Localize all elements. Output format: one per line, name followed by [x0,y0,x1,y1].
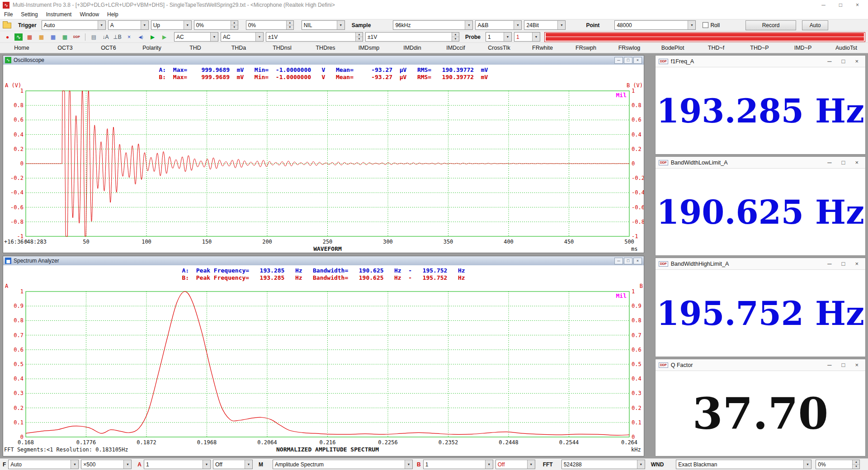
restore-button[interactable]: □ [624,258,632,264]
dropdown-arrow-icon[interactable]: ▼ [405,460,412,469]
sampling-bits-dropdown[interactable]: 24Bit▼ [524,20,566,30]
coupling-a-dropdown[interactable]: AC▼ [174,32,218,42]
dropdown-arrow-icon[interactable]: ▼ [337,21,344,29]
tab-imdccif[interactable]: IMDccif [434,43,477,53]
cut-icon[interactable]: × [124,33,134,41]
dropdown-arrow-icon[interactable]: ▼ [504,33,511,41]
dropdown-arrow-icon[interactable]: ▼ [123,460,131,469]
speaker-icon[interactable]: ◀) [136,33,146,41]
fft-size-dropdown[interactable]: 524288▼ [561,460,645,469]
printer-icon[interactable]: ▤ [89,33,99,41]
tab-frswph[interactable]: FRswph [564,43,608,53]
run-icon[interactable]: ▶ [160,33,169,41]
overlap-spinner[interactable]: 0%▲▼ [816,460,860,469]
option-a-dropdown[interactable]: Off▼ [213,460,253,469]
minimize-button[interactable]: ─ [821,2,826,8]
tab-oct6[interactable]: OCT6 [87,43,130,53]
trigger-edge-dropdown[interactable]: Up▼ [151,20,192,30]
coupling-b-dropdown[interactable]: AC▼ [221,32,264,42]
close-button[interactable]: × [855,260,859,267]
spinner-down-icon[interactable]: ▼ [231,25,238,29]
ddp-titlebar[interactable]: DDPQ Factor─□× [656,359,865,371]
dropdown-arrow-icon[interactable]: ▼ [527,460,535,469]
tab-oct3[interactable]: OCT3 [43,43,87,53]
tab-thd-p[interactable]: THD~P [738,43,781,53]
probe-b-dropdown[interactable]: 1▼ [514,32,540,42]
maximize-button[interactable]: □ [842,159,845,166]
tab-home[interactable]: Home [0,43,43,53]
minimize-button[interactable]: ─ [614,258,623,264]
dropdown-arrow-icon[interactable]: ▼ [71,460,78,469]
spinner-down-icon[interactable]: ▼ [287,25,293,29]
display-mode-dropdown[interactable]: Amplitude Spectrum▼ [273,460,413,469]
oscilloscope-window-icon[interactable]: ∿ [14,33,23,41]
ddp-titlebar[interactable]: DDPBandWidthHighLimit_A─□× [656,258,865,270]
tab-bodeplot[interactable]: BodePlot [651,43,694,53]
dropdown-arrow-icon[interactable]: ▼ [532,33,540,41]
probe-a-dropdown[interactable]: 1▼ [486,32,512,42]
ddp-titlebar[interactable]: DDPBandWidthLowLimit_A─□× [656,157,865,169]
record-points-dropdown[interactable]: 48000▼ [614,20,696,30]
frequency-range-dropdown[interactable]: Auto▼ [8,460,79,469]
dropdown-arrow-icon[interactable]: ▼ [210,33,218,41]
tab-thd[interactable]: THD [174,43,217,53]
spinner-up-icon[interactable]: ▲ [356,33,363,37]
spinner-up-icon[interactable]: ▲ [452,33,459,37]
oscilloscope-titlebar[interactable]: ∿ Oscilloscope ─□× [3,56,644,65]
spectrum-analyzer-titlebar[interactable]: ▅ Spectrum Analyzer ─□× [3,256,644,265]
menu-setting[interactable]: Setting [17,11,42,18]
spinner-up-icon[interactable]: ▲ [287,21,293,25]
trigger-mode-dropdown[interactable]: Auto▼ [42,20,106,30]
spinner-up-icon[interactable]: ▲ [231,21,238,25]
tab-thdres[interactable]: THDres [304,43,347,53]
sampling-channels-dropdown[interactable]: A&B▼ [475,20,522,30]
play-icon[interactable]: ▶ [148,33,157,41]
maximize-button[interactable]: □ [839,2,842,8]
auto-button[interactable]: Auto [802,20,828,30]
data-logger-window-icon[interactable]: ▦ [60,33,70,41]
oscilloscope-plot[interactable]: 110.80.80.60.60.40.40.20.200-0.2-0.2-0.4… [3,81,644,253]
close-button[interactable]: × [855,159,859,166]
marker-a-icon[interactable]: ↓A [101,33,110,41]
dropdown-arrow-icon[interactable]: ▼ [141,21,148,29]
close-button[interactable]: × [855,58,859,65]
close-button[interactable]: × [856,2,859,8]
restore-button[interactable]: □ [624,57,632,64]
sampling-rate-dropdown[interactable]: 96kHz▼ [393,20,473,30]
zoom-dropdown[interactable]: ×500▼ [81,460,132,469]
ddp-titlebar[interactable]: DDPf1Freq_A─□× [656,56,865,67]
open-file-icon[interactable] [3,23,11,28]
dropdown-arrow-icon[interactable]: ▼ [184,21,191,29]
tab-thd-f[interactable]: THD~f [694,43,738,53]
dropdown-arrow-icon[interactable]: ▼ [203,460,210,469]
trigger-filter-dropdown[interactable]: NIL▼ [302,20,345,30]
tab-imdsmp[interactable]: IMDsmp [347,43,391,53]
maximize-button[interactable]: □ [842,260,845,267]
tab-crosstlk[interactable]: CrossTlk [477,43,521,53]
trigger-delay-spinner[interactable]: 0%▲▼ [246,20,294,30]
range-b-spinner[interactable]: ±1V▲▼ [365,32,459,42]
record-button[interactable]: Record [745,20,796,30]
minimize-button[interactable]: ─ [827,260,831,267]
maximize-button[interactable]: □ [842,58,845,65]
menu-window[interactable]: Window [75,11,103,18]
dropdown-arrow-icon[interactable]: ▼ [465,21,472,29]
ddp-viewer-icon[interactable]: DDP [72,33,81,41]
tab-imd-p[interactable]: IMD~P [781,43,825,53]
gain-a-dropdown[interactable]: 1▼ [144,460,211,469]
menu-help[interactable]: Help [103,11,123,18]
spectrum-plot[interactable]: 110.90.90.80.80.70.70.60.60.50.50.40.40.… [3,282,644,456]
window-function-dropdown[interactable]: Exact Blackman▼ [676,460,811,469]
multimeter-window-icon[interactable]: ▦ [37,33,46,41]
marker-b-icon[interactable]: ⊥B [113,33,122,41]
minimize-button[interactable]: ─ [614,57,623,64]
option-b-dropdown[interactable]: Off▼ [495,460,535,469]
dropdown-arrow-icon[interactable]: ▼ [637,460,645,469]
dropdown-arrow-icon[interactable]: ▼ [98,21,105,29]
menu-instrument[interactable]: Instrument [42,11,76,18]
spinner-down-icon[interactable]: ▼ [356,37,363,41]
spectrum-window-icon[interactable]: ▦ [25,33,34,41]
trigger-source-dropdown[interactable]: A▼ [108,20,149,30]
dropdown-arrow-icon[interactable]: ▼ [255,33,263,41]
minimize-button[interactable]: ─ [827,362,831,368]
